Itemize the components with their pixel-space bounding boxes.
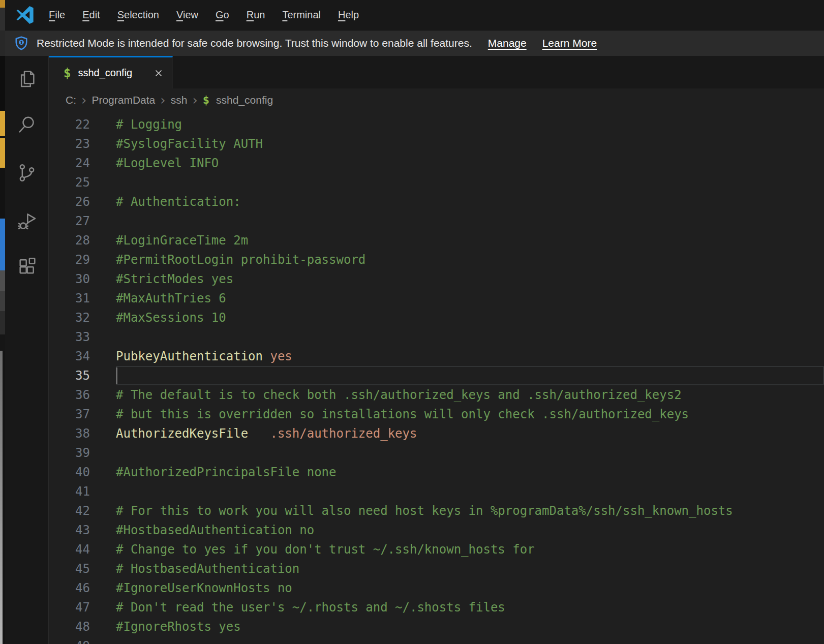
run-and-debug-icon bbox=[17, 211, 37, 231]
tab-bar: $ sshd_config bbox=[49, 56, 824, 88]
line-content[interactable]: # Authentication: bbox=[116, 192, 824, 211]
menu-edit[interactable]: Edit bbox=[74, 0, 108, 30]
line-number: 44 bbox=[49, 540, 90, 559]
line-number: 46 bbox=[49, 578, 90, 598]
code-line-37: 37# but this is overridden so installati… bbox=[49, 405, 824, 424]
line-content[interactable]: # Change to yes if you don't trust ~/.ss… bbox=[116, 540, 824, 559]
code-line-24: 24#LogLevel INFO bbox=[49, 154, 824, 173]
line-content[interactable] bbox=[116, 327, 824, 347]
line-content[interactable]: AuthorizedKeysFile .ssh/authorized_keys bbox=[116, 424, 824, 443]
code-line-47: 47# Don't read the user's ~/.rhosts and … bbox=[49, 598, 824, 617]
line-content[interactable]: #PermitRootLogin prohibit-password bbox=[116, 250, 824, 269]
source-control-icon bbox=[17, 163, 37, 183]
sliver-segment bbox=[0, 138, 5, 168]
line-content[interactable] bbox=[116, 211, 824, 231]
activity-bar-source-control[interactable] bbox=[17, 163, 37, 183]
line-content[interactable]: # HostbasedAuthentication bbox=[116, 559, 824, 578]
menu-go[interactable]: Go bbox=[207, 0, 238, 30]
token: #LoginGraceTime 2m bbox=[116, 233, 248, 248]
token: # HostbasedAuthentication bbox=[116, 562, 299, 576]
breadcrumb-item-sshdconfig[interactable]: sshd_config bbox=[216, 94, 273, 106]
menu-view[interactable]: View bbox=[168, 0, 207, 30]
line-number: 42 bbox=[49, 501, 90, 520]
tab-label: sshd_config bbox=[78, 67, 132, 79]
activity-bar-explorer[interactable] bbox=[17, 69, 37, 89]
line-content[interactable] bbox=[116, 366, 824, 385]
menu-file[interactable]: File bbox=[40, 0, 74, 30]
line-content[interactable]: #LogLevel INFO bbox=[116, 154, 824, 173]
token: #IgnoreUserKnownHosts no bbox=[116, 581, 292, 595]
menu-help[interactable]: Help bbox=[329, 0, 368, 30]
line-number: 43 bbox=[49, 520, 90, 540]
token: # The default is to check both .ssh/auth… bbox=[116, 388, 682, 402]
editor-area: $ sshd_config C:›ProgramData›ssh›$sshd_c… bbox=[49, 56, 824, 644]
line-number: 26 bbox=[49, 192, 90, 211]
token: #StrictModes yes bbox=[116, 272, 233, 286]
breadcrumb-item-ssh[interactable]: ssh bbox=[171, 94, 188, 106]
manage-link[interactable]: Manage bbox=[488, 37, 527, 49]
token: PubkeyAuthentication bbox=[116, 349, 263, 363]
line-content[interactable]: # Don't read the user's ~/.rhosts and ~/… bbox=[116, 598, 824, 617]
line-number: 28 bbox=[49, 231, 90, 250]
breadcrumb-item-c[interactable]: C: bbox=[66, 94, 76, 106]
token: # Authentication: bbox=[116, 195, 241, 209]
code-line-45: 45# HostbasedAuthentication bbox=[49, 559, 824, 578]
code-line-46: 46#IgnoreUserKnownHosts no bbox=[49, 578, 824, 598]
line-content[interactable]: # Logging bbox=[116, 115, 824, 134]
code-line-41: 41 bbox=[49, 482, 824, 501]
line-number: 41 bbox=[49, 482, 90, 501]
banner-message: Restricted Mode is intended for safe cod… bbox=[37, 37, 472, 49]
token: yes bbox=[270, 349, 292, 363]
activity-bar-extensions[interactable] bbox=[17, 257, 37, 277]
code-line-42: 42# For this to work you will also need … bbox=[49, 501, 824, 520]
menu-terminal[interactable]: Terminal bbox=[273, 0, 329, 30]
code-line-33: 33 bbox=[49, 327, 824, 347]
tab-sshd-config[interactable]: $ sshd_config bbox=[49, 56, 173, 88]
line-content[interactable]: # For this to work you will also need ho… bbox=[116, 501, 824, 520]
activity-bar bbox=[5, 56, 49, 644]
code-editor[interactable]: 22# Logging23#SyslogFacility AUTH24#LogL… bbox=[49, 112, 824, 644]
learn-more-link[interactable]: Learn More bbox=[542, 37, 597, 49]
line-content[interactable]: #HostbasedAuthentication no bbox=[116, 520, 824, 540]
line-content[interactable] bbox=[116, 636, 824, 644]
line-content[interactable]: #StrictModes yes bbox=[116, 269, 824, 289]
title-bar: FileEditSelectionViewGoRunTerminalHelp bbox=[5, 0, 824, 30]
line-content[interactable] bbox=[116, 482, 824, 501]
code-line-35: 35 bbox=[49, 366, 824, 385]
line-content[interactable]: #MaxSessions 10 bbox=[116, 308, 824, 327]
line-number: 34 bbox=[49, 347, 90, 366]
line-content[interactable]: #MaxAuthTries 6 bbox=[116, 289, 824, 308]
line-content[interactable] bbox=[116, 173, 824, 192]
token: # Don't read the user's ~/.rhosts and ~/… bbox=[116, 600, 505, 615]
line-content[interactable]: #SyslogFacility AUTH bbox=[116, 134, 824, 154]
menu-run[interactable]: Run bbox=[238, 0, 274, 30]
chevron-right-icon: › bbox=[81, 95, 86, 106]
code-line-38: 38AuthorizedKeysFile .ssh/authorized_key… bbox=[49, 424, 824, 443]
line-content[interactable]: # but this is overridden so installation… bbox=[116, 405, 824, 424]
line-content[interactable] bbox=[116, 443, 824, 463]
token: # Logging bbox=[116, 117, 182, 132]
breadcrumb-item-programdata[interactable]: ProgramData bbox=[91, 94, 155, 106]
menu-selection[interactable]: Selection bbox=[109, 0, 168, 30]
token: #MaxSessions 10 bbox=[116, 311, 226, 325]
breadcrumb: C:›ProgramData›ssh›$sshd_config bbox=[49, 88, 824, 112]
line-content[interactable]: #AuthorizedPrincipalsFile none bbox=[116, 463, 824, 482]
restricted-mode-banner: Restricted Mode is intended for safe cod… bbox=[5, 30, 824, 56]
line-content[interactable]: # The default is to check both .ssh/auth… bbox=[116, 385, 824, 405]
activity-bar-search[interactable] bbox=[17, 114, 37, 135]
code-line-48: 48#IgnoreRhosts yes bbox=[49, 617, 824, 636]
line-content[interactable]: PubkeyAuthentication yes bbox=[116, 347, 824, 366]
activity-bar-run-and-debug[interactable] bbox=[17, 211, 37, 231]
close-icon[interactable] bbox=[153, 68, 164, 79]
code-line-39: 39 bbox=[49, 443, 824, 463]
line-number: 36 bbox=[49, 385, 90, 405]
code-line-49: 49 bbox=[49, 636, 824, 644]
workbench: $ sshd_config C:›ProgramData›ssh›$sshd_c… bbox=[5, 56, 824, 644]
line-content[interactable]: #IgnoreRhosts yes bbox=[116, 617, 824, 636]
line-content[interactable]: #IgnoreUserKnownHosts no bbox=[116, 578, 824, 598]
line-content[interactable]: #LoginGraceTime 2m bbox=[116, 231, 824, 250]
code-line-26: 26# Authentication: bbox=[49, 192, 824, 211]
code-line-40: 40#AuthorizedPrincipalsFile none bbox=[49, 463, 824, 482]
chevron-right-icon: › bbox=[192, 95, 197, 106]
token: # For this to work you will also need ho… bbox=[116, 504, 733, 518]
